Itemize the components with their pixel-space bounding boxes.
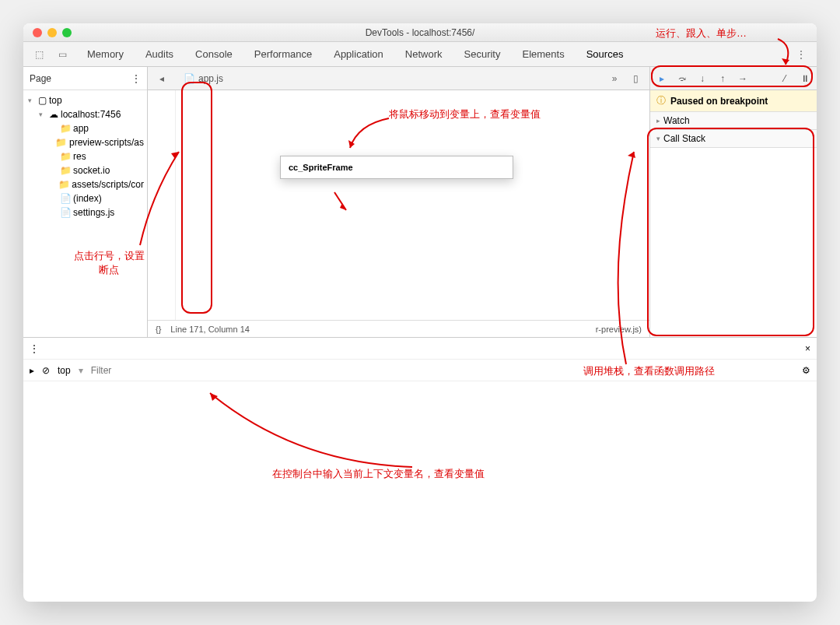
titlebar: DevTools - localhost:7456/: [23, 23, 817, 42]
debug-toolbar: ▸ ⤼ ↓ ↑ → ⁄ ⏸: [650, 67, 817, 90]
more-icon[interactable]: ⋮: [131, 73, 141, 84]
tree-item[interactable]: 📄settings.js: [23, 205, 147, 219]
tree-item[interactable]: 📁assets/scripts/cor: [23, 177, 147, 191]
settings-icon[interactable]: ⚙: [802, 365, 810, 376]
window-title: DevTools - localhost:7456/: [366, 27, 475, 38]
step-over-icon[interactable]: ⤼: [675, 72, 689, 86]
tab-network[interactable]: Network: [394, 44, 453, 65]
tree-item[interactable]: ▾☁localhost:7456: [23, 107, 147, 121]
maximize-button[interactable]: [62, 28, 72, 37]
minimize-button[interactable]: [47, 28, 57, 37]
tab-performance[interactable]: Performance: [243, 44, 323, 65]
more-icon[interactable]: ▯: [626, 69, 645, 88]
tab-memory[interactable]: Memory: [76, 44, 135, 65]
inspect-icon[interactable]: ⬚: [30, 45, 48, 64]
tree-item[interactable]: 📁app: [23, 121, 147, 135]
console-filter-input[interactable]: [91, 365, 794, 376]
info-icon: ⓘ: [656, 94, 666, 107]
watch-section[interactable]: ▸Watch: [650, 112, 817, 129]
hover-tooltip: cc_SpriteFrame: [280, 156, 513, 179]
main-toolbar: ⬚ ▭ MemoryAuditsConsolePerformanceApplic…: [23, 42, 817, 67]
tooltip-title: cc_SpriteFrame: [289, 161, 505, 174]
pause-icon[interactable]: ⏸: [798, 72, 812, 86]
code-editor[interactable]: [176, 90, 649, 320]
step-icon[interactable]: →: [736, 72, 750, 86]
paused-banner: ⓘ Paused on breakpoint: [650, 90, 817, 112]
status-bar: {} Line 171, Column 14 r-preview.js): [148, 320, 649, 337]
tab-elements[interactable]: Elements: [511, 44, 575, 65]
page-panel-title[interactable]: Page: [30, 73, 51, 84]
tab-audits[interactable]: Audits: [135, 44, 184, 65]
tab-sources[interactable]: Sources: [576, 44, 635, 65]
console-output[interactable]: [23, 381, 817, 602]
line-gutter[interactable]: [148, 90, 176, 320]
file-tabs: ◂ 📄app.js » ▯: [148, 67, 649, 90]
nav-back-icon[interactable]: ◂: [152, 69, 171, 88]
resume-icon[interactable]: ▸: [655, 72, 669, 86]
tab-application[interactable]: Application: [323, 44, 394, 65]
context-selector[interactable]: top: [58, 365, 71, 376]
tree-item[interactable]: 📁res: [23, 149, 147, 163]
status-file: r-preview.js): [596, 325, 642, 334]
paused-message: Paused on breakpoint: [670, 96, 768, 107]
device-icon[interactable]: ▭: [53, 45, 72, 64]
drag-icon[interactable]: ⋮: [30, 343, 39, 354]
close-icon[interactable]: ×: [805, 343, 810, 354]
callstack-section[interactable]: ▾Call Stack: [650, 130, 817, 147]
clear-icon[interactable]: ⊘: [42, 365, 50, 376]
file-tab[interactable]: 📄app.js: [176, 70, 231, 87]
tab-security[interactable]: Security: [453, 44, 512, 65]
tree-item[interactable]: 📁preview-scripts/as: [23, 135, 147, 149]
deactivate-icon[interactable]: ⁄: [778, 72, 792, 86]
cursor-position: Line 171, Column 14: [170, 325, 250, 334]
play-icon[interactable]: ▸: [30, 365, 34, 376]
tree-item[interactable]: 📁socket.io: [23, 163, 147, 177]
overflow-icon[interactable]: »: [605, 69, 624, 88]
braces-icon[interactable]: {}: [156, 325, 161, 334]
file-tree: ▾▢top▾☁localhost:7456📁app📁preview-script…: [23, 90, 147, 337]
tree-item[interactable]: 📄(index): [23, 191, 147, 205]
tab-console[interactable]: Console: [184, 44, 243, 65]
more-icon[interactable]: ⋮: [792, 45, 810, 64]
close-button[interactable]: [33, 28, 42, 37]
step-out-icon[interactable]: ↑: [716, 72, 730, 86]
step-into-icon[interactable]: ↓: [695, 72, 709, 86]
tree-item[interactable]: ▾▢top: [23, 93, 147, 107]
